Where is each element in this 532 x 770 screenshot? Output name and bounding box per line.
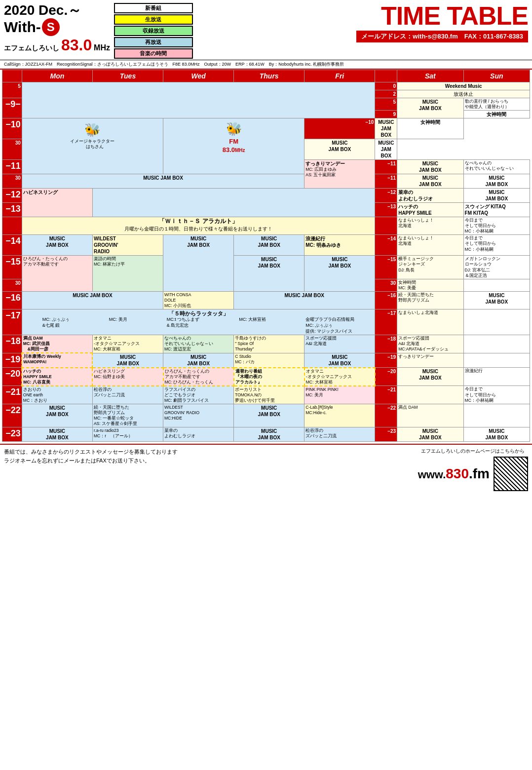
sun-empty-17 bbox=[463, 309, 530, 335]
time-mid-22: −22 bbox=[375, 404, 397, 427]
time-table-title: TIME TABLE bbox=[381, 3, 528, 29]
sat-namarai-arakaru: なまらいっしょ！北海道 bbox=[397, 217, 463, 235]
cell-5ji-17: 「５時からラッタッタ」 MC: ぷぅぷぅ&七尾 鍛 MC: 美月 MC:t つち… bbox=[22, 309, 375, 335]
cell-manten-18: 満点 DAMMC: 武沢佳昌 &岡田一彦 bbox=[22, 335, 92, 353]
sat-sports-18: スポーツ応援団A&I 北海道MC:ARATA&イーダッシュ bbox=[397, 335, 463, 353]
row-16: −16 MUSIC JAM BOX WITH CONSADOLEMC: 小川拓也… bbox=[2, 291, 530, 309]
time-mid-19: −19 bbox=[375, 353, 397, 368]
sat-music-jam-11: MUSICJAM BOX bbox=[397, 160, 463, 174]
cell-sukkiri: すっきりマンデー MC: 広田まゆみAS: 五十嵐田家 bbox=[304, 160, 375, 189]
time-22: −22 bbox=[2, 404, 22, 427]
th-tue: Tues bbox=[92, 70, 163, 82]
row-17: −17 「５時からラッタッタ」 MC: ぷぅぷぅ&七尾 鍛 MC: 美月 MC:… bbox=[2, 309, 530, 335]
cell-vocalist-21: ボーカリストTOMOKA.Nの夢追いかけて何千里 bbox=[234, 386, 304, 404]
cell-otamani-18: オタマニ-オタク☆マニアックスMC: 大林宣裕 bbox=[92, 335, 163, 353]
badge-new: 新番組 bbox=[114, 3, 193, 13]
time-10: −10 bbox=[2, 118, 22, 139]
footer-right-label: エフエムしろいしのホームページはこちらから bbox=[421, 448, 525, 455]
sat-megami-15b: 女神時間MC: 美憂 bbox=[397, 279, 463, 291]
cell-nabe-18: なべちゃんのそれでいいんじゃな～いMC: 渡辺至宏 bbox=[163, 335, 234, 353]
cell-pinkpink-21: PINK PINK PINK!MC: 美月 bbox=[304, 386, 375, 404]
cell-sports-18: スポーツ応援団A&I 北海道 bbox=[304, 335, 375, 353]
time-11-30: 30 bbox=[2, 174, 22, 189]
cell-weekreplace-20: 週替わり番組『木曜の夜のアラカルト』 bbox=[234, 368, 304, 386]
footer-line1: 番組では、みなさまからのリクエストやメッセージを募集しております bbox=[4, 448, 408, 457]
sat-yokote-15: 横手ミュージックジャンキーズDJ: 鳥長 bbox=[397, 256, 463, 279]
time-18: −18 bbox=[2, 335, 22, 353]
row-23: −23 MUSICJAM BOX r.a-ru radio23MC：r （アール… bbox=[2, 427, 530, 442]
cell-kawamoto-19: 川本康博の WeeklyWAMOPPA! bbox=[22, 353, 92, 368]
time-16: −16 bbox=[2, 291, 22, 309]
cell-chishima-18: 千島ゆうすけの" Spice OfThursday" bbox=[234, 335, 304, 353]
th-mid bbox=[375, 70, 397, 82]
time-mid-20: −20 bbox=[375, 368, 397, 386]
time-15: −15 bbox=[2, 256, 22, 279]
cell-music-jam-thurs-22: MUSICJAM BOX bbox=[234, 404, 304, 427]
sat-hachi-13: ハッチのHAPPY SMILE bbox=[397, 203, 463, 217]
time-23: −23 bbox=[2, 427, 22, 442]
cell-music-jam-thurs-15: MUSICJAM BOX bbox=[234, 256, 304, 291]
header-center: 新番組 生放送 収録放送 再放送 音楽の時間 bbox=[114, 3, 193, 59]
cell-music-jam-fri-16: MUSIC JAM BOX bbox=[234, 291, 375, 309]
row-15: −15 ひろびん・たっくんのアカマ不動産です 楽語の時間MC: 林家たけ平 MU… bbox=[2, 256, 530, 279]
time-14: −14 bbox=[2, 235, 22, 256]
footer-url: www.830.fm bbox=[418, 466, 490, 482]
cell-saishoku-23: 菜幸のよわむしラジオ bbox=[163, 427, 234, 442]
main-table: Mon Tues Wed Thurs Fri Sat Sun 5 0 Weeke… bbox=[2, 70, 530, 442]
sat-music-jam-23: MUSICJAM BOX bbox=[397, 427, 463, 442]
time-mid-12: −12 bbox=[375, 189, 397, 203]
cell-cstudio-19: C StudioMC：バカ bbox=[234, 353, 304, 368]
time-mid-13: −13 bbox=[375, 203, 397, 217]
time-15-30: 30 bbox=[2, 279, 22, 291]
sun-megami: 女神時間 bbox=[463, 111, 530, 118]
th-empty bbox=[2, 70, 22, 82]
qr-code bbox=[494, 457, 528, 491]
mail-fax: メールアドレス：with-s@830.fm FAX：011-867-8383 bbox=[356, 31, 528, 42]
header: 2020 Dec.～ With- S エフェムしろいし 83.0 MHz 新番組… bbox=[0, 0, 532, 60]
header-right: TIME TABLE メールアドレス：with-s@830.fm FAX：011… bbox=[197, 3, 528, 59]
cell-gakugo-15: 楽語の時間MC: 林家たけ平 bbox=[92, 256, 163, 291]
cell-music-jam-14: MUSICJAM BOX bbox=[22, 235, 92, 256]
sun-uta-naori: 歌の直行便 / おらっちや能登人（週替わり） bbox=[463, 98, 530, 111]
row-10: −10 🐝 イメージキャラクター はちさん 🐝 FM83.0MHz −10 MU… bbox=[2, 118, 530, 139]
sun-megami-10: 女神時間 bbox=[397, 118, 463, 139]
year-month: 2020 Dec.～ bbox=[4, 3, 110, 18]
sat-music-jam-11b: MUSICJAM BOX bbox=[397, 174, 463, 189]
sun-music-jam-23: MUSICJAM BOX bbox=[463, 427, 530, 442]
sun-nabechan-11: なべちゃんのそれでいいんじゃな～い bbox=[463, 160, 530, 174]
time-mid-23: −23 bbox=[375, 427, 397, 442]
time-mid-11b: −11 bbox=[375, 174, 397, 189]
cell-music-jam-wed-19: MUSICJAM BOX bbox=[163, 353, 234, 368]
sun-music-jam-12: MUSICJAM BOX bbox=[463, 189, 530, 203]
time-mid-16: −16 bbox=[375, 291, 397, 309]
cell-music-jam-thurs-23: MUSICJAM BOX bbox=[234, 427, 304, 442]
s-circle: S bbox=[42, 18, 60, 36]
cell-hachi-20: ハッチのHAPPY SMILEMC: 八谷直美 bbox=[22, 368, 92, 386]
time-mid-arakaru bbox=[375, 217, 397, 235]
time-mid-21: −21 bbox=[375, 386, 397, 404]
time-mid-10: −10 bbox=[304, 118, 375, 139]
cell-hapiness-20: ハピネスリングMC: 仙野まゆ美 bbox=[92, 368, 163, 386]
footer-left: 番組では、みなさまからのリクエストやメッセージを募集しております ラジオネームを… bbox=[4, 448, 408, 491]
sat-music-jam-10b: MUSICJAM BOX bbox=[304, 139, 375, 160]
row-arakaru: 「Ｗｉｔｈ－Ｓ アラカルト」 月曜から金曜日の１時間、日替わりで様々な番組をお送… bbox=[2, 217, 530, 235]
row-14: −14 MUSICJAM BOX WILDESTGROOVIN'RADIO MU… bbox=[2, 235, 530, 256]
with-label: With- bbox=[4, 19, 41, 36]
th-wed: Wed bbox=[163, 70, 234, 82]
sun-swing-13: スウィング KITAQFM KITAQ bbox=[463, 203, 530, 217]
badge-replay: 再放送 bbox=[114, 37, 193, 47]
cell-5-weekday bbox=[22, 82, 375, 118]
sun-megaton-15: メガトンロックンロールショウDJ: 宮本弘二＆国定正浩 bbox=[463, 256, 530, 279]
cell-lafsu-21: ラフスパイスのどこでもラジオMC: 劇団ラフスパイス bbox=[163, 386, 234, 404]
sat-namarai-14: なまらいっしょ！北海道 bbox=[397, 235, 463, 256]
badge-rec: 収録放送 bbox=[114, 26, 193, 36]
sun-kyou-21: 今日までそして明日からMC：小林祐嗣 bbox=[463, 386, 530, 404]
cell-raru-23: r.a-ru radio23MC：r （アール） bbox=[92, 427, 163, 442]
footer-right: エフエムしろいしのホームページはこちらから www.830.fm bbox=[418, 448, 528, 491]
cell-12-blue bbox=[92, 189, 375, 217]
row-18: −18 満点 DAMMC: 武沢佳昌 &岡田一彦 オタマニ-オタク☆マニアックス… bbox=[2, 335, 530, 353]
sun-kyou-14: 今日までそして明日からMC：小林祐嗣 bbox=[463, 235, 530, 256]
freq-label: エフェムしろいし bbox=[4, 44, 59, 52]
sun-kyou-arakaru: 今日までそして明日からMC：小林祐嗣 bbox=[463, 217, 530, 235]
cell-matsu-21: 松谷淳のズバッと二刀流 bbox=[92, 386, 163, 404]
